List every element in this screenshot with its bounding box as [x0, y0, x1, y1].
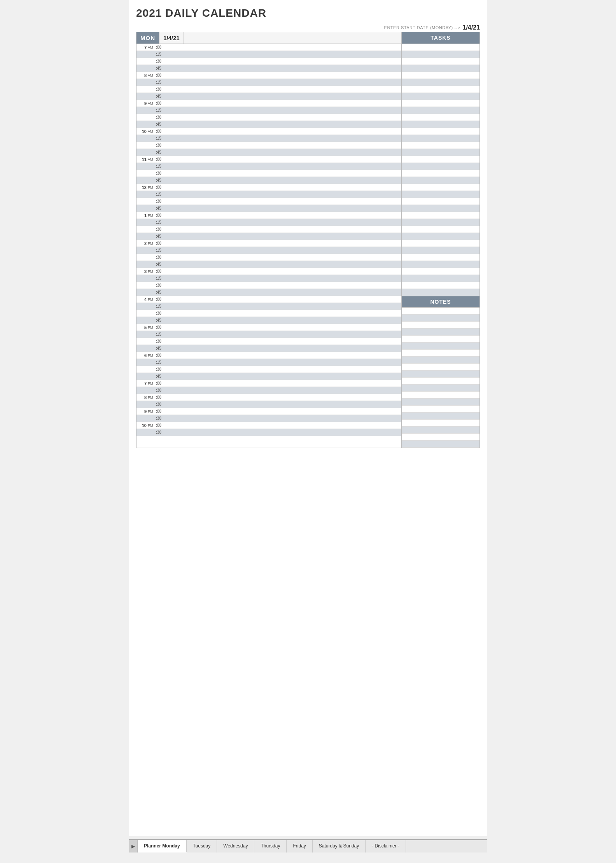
task-row[interactable] — [402, 149, 480, 156]
task-row[interactable] — [402, 191, 480, 198]
note-row[interactable] — [402, 413, 480, 420]
time-row[interactable]: :15 — [136, 303, 401, 310]
tab-saturday-&-sunday[interactable]: Saturday & Sunday — [313, 840, 366, 852]
time-row[interactable]: :30 — [136, 142, 401, 149]
note-row[interactable] — [402, 385, 480, 392]
note-row[interactable] — [402, 406, 480, 413]
note-row[interactable] — [402, 427, 480, 434]
note-row[interactable] — [402, 357, 480, 364]
task-row[interactable] — [402, 79, 480, 86]
time-row[interactable]: :15 — [136, 79, 401, 86]
task-row[interactable] — [402, 254, 480, 261]
note-row[interactable] — [402, 336, 480, 343]
tab-thursday[interactable]: Thursday — [254, 840, 287, 852]
time-row[interactable]: 8AM:00 — [136, 72, 401, 79]
time-row[interactable]: :15 — [136, 191, 401, 198]
note-row[interactable] — [402, 399, 480, 406]
tab-planner-monday[interactable]: Planner Monday — [138, 840, 187, 852]
note-row[interactable] — [402, 392, 480, 399]
time-row[interactable]: :15 — [136, 107, 401, 114]
time-row[interactable]: :30 — [136, 415, 401, 422]
note-row[interactable] — [402, 378, 480, 385]
time-row[interactable]: :15 — [136, 219, 401, 226]
task-row[interactable] — [402, 135, 480, 142]
task-row[interactable] — [402, 156, 480, 163]
tab-wednesday[interactable]: Wednesday — [217, 840, 254, 852]
task-row[interactable] — [402, 114, 480, 121]
task-row[interactable] — [402, 219, 480, 226]
time-row[interactable]: 10PM:00 — [136, 422, 401, 429]
task-row[interactable] — [402, 261, 480, 268]
task-row[interactable] — [402, 44, 480, 51]
time-row[interactable]: 8PM:00 — [136, 394, 401, 401]
note-row[interactable] — [402, 329, 480, 336]
time-row[interactable]: :45 — [136, 261, 401, 268]
note-row[interactable] — [402, 420, 480, 427]
time-row[interactable]: :15 — [136, 275, 401, 282]
task-row[interactable] — [402, 198, 480, 205]
note-row[interactable] — [402, 343, 480, 350]
time-row[interactable]: :45 — [136, 93, 401, 100]
time-row[interactable]: :30 — [136, 226, 401, 233]
note-row[interactable] — [402, 322, 480, 329]
time-row[interactable]: :30 — [136, 366, 401, 373]
time-row[interactable]: :15 — [136, 331, 401, 338]
time-row[interactable]: :45 — [136, 121, 401, 128]
time-row[interactable]: :30 — [136, 170, 401, 177]
task-row[interactable] — [402, 100, 480, 107]
time-row[interactable]: 7AM:00 — [136, 44, 401, 51]
task-row[interactable] — [402, 184, 480, 191]
note-row[interactable] — [402, 308, 480, 315]
task-row[interactable] — [402, 65, 480, 72]
task-row[interactable] — [402, 226, 480, 233]
time-row[interactable]: :45 — [136, 205, 401, 212]
time-row[interactable]: 4PM:00 — [136, 296, 401, 303]
time-row[interactable]: :30 — [136, 282, 401, 289]
task-row[interactable] — [402, 275, 480, 282]
task-row[interactable] — [402, 72, 480, 79]
time-row[interactable]: 7PM:00 — [136, 380, 401, 387]
time-row[interactable]: :30 — [136, 254, 401, 261]
note-row[interactable] — [402, 350, 480, 357]
header-date[interactable]: 1/4/21 — [159, 32, 184, 44]
tab-arrow[interactable]: ▶ — [129, 840, 138, 852]
time-row[interactable]: :30 — [136, 86, 401, 93]
time-row[interactable]: :30 — [136, 114, 401, 121]
start-date-value[interactable]: 1/4/21 — [463, 24, 480, 31]
task-row[interactable] — [402, 107, 480, 114]
task-row[interactable] — [402, 121, 480, 128]
time-row[interactable]: :45 — [136, 149, 401, 156]
time-row[interactable]: :15 — [136, 247, 401, 254]
time-row[interactable]: :30 — [136, 310, 401, 317]
time-row[interactable]: :30 — [136, 401, 401, 408]
note-row[interactable] — [402, 434, 480, 441]
task-row[interactable] — [402, 177, 480, 184]
time-row[interactable]: 12PM:00 — [136, 184, 401, 191]
time-row[interactable]: 5PM:00 — [136, 324, 401, 331]
time-row[interactable]: :15 — [136, 163, 401, 170]
tab-friday[interactable]: Friday — [287, 840, 312, 852]
time-row[interactable]: 6PM:00 — [136, 352, 401, 359]
task-row[interactable] — [402, 240, 480, 247]
task-row[interactable] — [402, 282, 480, 289]
time-row[interactable]: 11AM:00 — [136, 156, 401, 163]
task-row[interactable] — [402, 142, 480, 149]
time-row[interactable]: :45 — [136, 373, 401, 380]
task-row[interactable] — [402, 205, 480, 212]
task-row[interactable] — [402, 93, 480, 100]
tab---disclaimer--[interactable]: - Disclaimer - — [366, 840, 406, 852]
task-row[interactable] — [402, 163, 480, 170]
time-row[interactable]: :30 — [136, 58, 401, 65]
task-row[interactable] — [402, 247, 480, 254]
note-row[interactable] — [402, 371, 480, 378]
time-row[interactable]: :15 — [136, 135, 401, 142]
time-row[interactable]: :45 — [136, 177, 401, 184]
time-row[interactable]: 2PM:00 — [136, 240, 401, 247]
time-row[interactable]: 9PM:00 — [136, 408, 401, 415]
task-row[interactable] — [402, 51, 480, 58]
time-row[interactable]: :30 — [136, 338, 401, 345]
time-row[interactable]: :45 — [136, 317, 401, 324]
time-row[interactable]: :15 — [136, 359, 401, 366]
task-row[interactable] — [402, 170, 480, 177]
note-row[interactable] — [402, 315, 480, 322]
